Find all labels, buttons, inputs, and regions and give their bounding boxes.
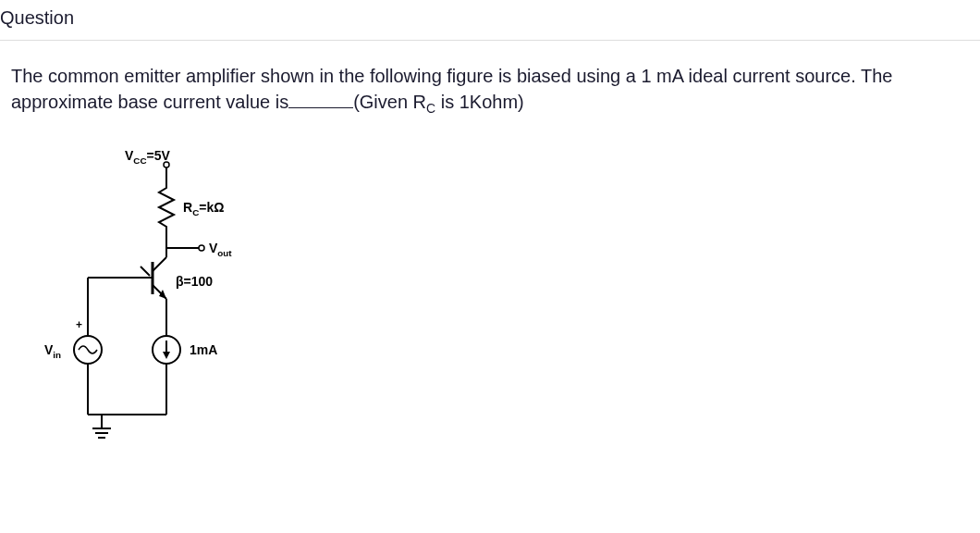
answer-blank <box>288 90 353 108</box>
question-title: Question <box>0 7 74 28</box>
question-header: Question <box>0 0 980 41</box>
svg-marker-13 <box>163 352 170 359</box>
vcc-label: VCC=5V <box>125 148 170 166</box>
plus-label: + <box>76 318 82 331</box>
vin-label: Vin <box>44 342 61 360</box>
circuit-diagram: VCC=5V RC=kΩ Vout β=100 1mA Vin + <box>37 146 296 452</box>
vout-label: Vout <box>209 241 232 258</box>
svg-marker-9 <box>159 290 166 299</box>
beta-label: β=100 <box>176 274 213 289</box>
svg-line-23 <box>141 266 150 276</box>
question-text-3: is 1Kohm) <box>435 92 524 112</box>
svg-point-4 <box>199 245 204 251</box>
question-text-2: (Given R <box>353 92 426 112</box>
question-text-2-sub: C <box>426 101 435 116</box>
circuit-svg <box>37 146 296 452</box>
question-body: The common emitter amplifier shown in th… <box>0 63 980 118</box>
svg-line-5 <box>153 257 166 271</box>
rc-label: RC=kΩ <box>183 200 224 217</box>
current-label: 1mA <box>190 342 217 357</box>
